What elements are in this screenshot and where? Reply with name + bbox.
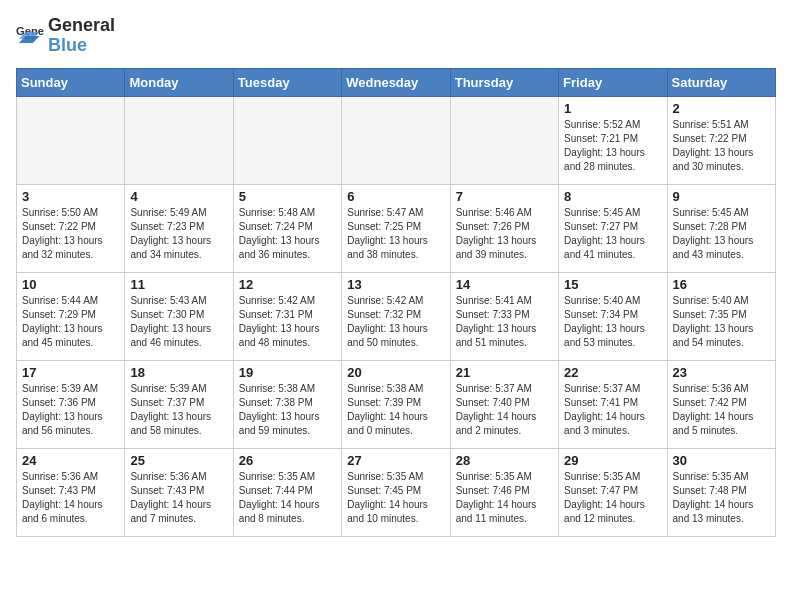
logo-text: GeneralBlue [48,16,115,56]
week-row-4: 17Sunrise: 5:39 AMSunset: 7:36 PMDayligh… [17,360,776,448]
day-number: 22 [564,365,661,380]
calendar-cell: 10Sunrise: 5:44 AMSunset: 7:29 PMDayligh… [17,272,125,360]
day-info: Sunrise: 5:38 AMSunset: 7:38 PMDaylight:… [239,382,336,438]
logo-icon: General [16,22,44,50]
calendar-cell [233,96,341,184]
calendar-cell [342,96,450,184]
calendar-cell: 22Sunrise: 5:37 AMSunset: 7:41 PMDayligh… [559,360,667,448]
calendar-cell: 18Sunrise: 5:39 AMSunset: 7:37 PMDayligh… [125,360,233,448]
day-info: Sunrise: 5:36 AMSunset: 7:42 PMDaylight:… [673,382,770,438]
calendar-cell: 9Sunrise: 5:45 AMSunset: 7:28 PMDaylight… [667,184,775,272]
calendar-cell: 29Sunrise: 5:35 AMSunset: 7:47 PMDayligh… [559,448,667,536]
day-info: Sunrise: 5:40 AMSunset: 7:35 PMDaylight:… [673,294,770,350]
week-row-5: 24Sunrise: 5:36 AMSunset: 7:43 PMDayligh… [17,448,776,536]
day-number: 4 [130,189,227,204]
day-number: 27 [347,453,444,468]
day-info: Sunrise: 5:45 AMSunset: 7:28 PMDaylight:… [673,206,770,262]
calendar-cell: 30Sunrise: 5:35 AMSunset: 7:48 PMDayligh… [667,448,775,536]
calendar-cell: 27Sunrise: 5:35 AMSunset: 7:45 PMDayligh… [342,448,450,536]
day-number: 3 [22,189,119,204]
day-info: Sunrise: 5:39 AMSunset: 7:36 PMDaylight:… [22,382,119,438]
weekday-header-monday: Monday [125,68,233,96]
day-number: 24 [22,453,119,468]
day-info: Sunrise: 5:52 AMSunset: 7:21 PMDaylight:… [564,118,661,174]
day-number: 13 [347,277,444,292]
day-number: 15 [564,277,661,292]
day-number: 26 [239,453,336,468]
day-info: Sunrise: 5:45 AMSunset: 7:27 PMDaylight:… [564,206,661,262]
weekday-header-tuesday: Tuesday [233,68,341,96]
day-number: 25 [130,453,227,468]
calendar-cell: 2Sunrise: 5:51 AMSunset: 7:22 PMDaylight… [667,96,775,184]
day-info: Sunrise: 5:49 AMSunset: 7:23 PMDaylight:… [130,206,227,262]
calendar-cell: 15Sunrise: 5:40 AMSunset: 7:34 PMDayligh… [559,272,667,360]
day-info: Sunrise: 5:36 AMSunset: 7:43 PMDaylight:… [22,470,119,526]
calendar-cell: 4Sunrise: 5:49 AMSunset: 7:23 PMDaylight… [125,184,233,272]
calendar-cell [17,96,125,184]
day-info: Sunrise: 5:38 AMSunset: 7:39 PMDaylight:… [347,382,444,438]
day-number: 29 [564,453,661,468]
weekday-header-wednesday: Wednesday [342,68,450,96]
day-number: 2 [673,101,770,116]
weekday-header-row: SundayMondayTuesdayWednesdayThursdayFrid… [17,68,776,96]
week-row-3: 10Sunrise: 5:44 AMSunset: 7:29 PMDayligh… [17,272,776,360]
day-info: Sunrise: 5:46 AMSunset: 7:26 PMDaylight:… [456,206,553,262]
day-number: 8 [564,189,661,204]
day-info: Sunrise: 5:44 AMSunset: 7:29 PMDaylight:… [22,294,119,350]
calendar-cell: 12Sunrise: 5:42 AMSunset: 7:31 PMDayligh… [233,272,341,360]
day-info: Sunrise: 5:40 AMSunset: 7:34 PMDaylight:… [564,294,661,350]
day-info: Sunrise: 5:35 AMSunset: 7:44 PMDaylight:… [239,470,336,526]
calendar-cell: 28Sunrise: 5:35 AMSunset: 7:46 PMDayligh… [450,448,558,536]
calendar-cell: 26Sunrise: 5:35 AMSunset: 7:44 PMDayligh… [233,448,341,536]
weekday-header-saturday: Saturday [667,68,775,96]
calendar-cell: 16Sunrise: 5:40 AMSunset: 7:35 PMDayligh… [667,272,775,360]
day-number: 12 [239,277,336,292]
day-number: 20 [347,365,444,380]
calendar-cell: 14Sunrise: 5:41 AMSunset: 7:33 PMDayligh… [450,272,558,360]
day-info: Sunrise: 5:35 AMSunset: 7:48 PMDaylight:… [673,470,770,526]
calendar-cell: 13Sunrise: 5:42 AMSunset: 7:32 PMDayligh… [342,272,450,360]
day-number: 23 [673,365,770,380]
week-row-2: 3Sunrise: 5:50 AMSunset: 7:22 PMDaylight… [17,184,776,272]
calendar-table: SundayMondayTuesdayWednesdayThursdayFrid… [16,68,776,537]
day-info: Sunrise: 5:48 AMSunset: 7:24 PMDaylight:… [239,206,336,262]
week-row-1: 1Sunrise: 5:52 AMSunset: 7:21 PMDaylight… [17,96,776,184]
day-number: 16 [673,277,770,292]
calendar-cell: 20Sunrise: 5:38 AMSunset: 7:39 PMDayligh… [342,360,450,448]
calendar-cell: 19Sunrise: 5:38 AMSunset: 7:38 PMDayligh… [233,360,341,448]
calendar-cell: 24Sunrise: 5:36 AMSunset: 7:43 PMDayligh… [17,448,125,536]
day-info: Sunrise: 5:36 AMSunset: 7:43 PMDaylight:… [130,470,227,526]
calendar-cell: 7Sunrise: 5:46 AMSunset: 7:26 PMDaylight… [450,184,558,272]
day-info: Sunrise: 5:50 AMSunset: 7:22 PMDaylight:… [22,206,119,262]
day-info: Sunrise: 5:35 AMSunset: 7:47 PMDaylight:… [564,470,661,526]
day-info: Sunrise: 5:37 AMSunset: 7:40 PMDaylight:… [456,382,553,438]
day-info: Sunrise: 5:51 AMSunset: 7:22 PMDaylight:… [673,118,770,174]
day-number: 14 [456,277,553,292]
calendar-cell: 21Sunrise: 5:37 AMSunset: 7:40 PMDayligh… [450,360,558,448]
day-number: 28 [456,453,553,468]
calendar-cell [125,96,233,184]
day-info: Sunrise: 5:39 AMSunset: 7:37 PMDaylight:… [130,382,227,438]
day-number: 1 [564,101,661,116]
day-number: 6 [347,189,444,204]
day-info: Sunrise: 5:35 AMSunset: 7:46 PMDaylight:… [456,470,553,526]
calendar-cell: 8Sunrise: 5:45 AMSunset: 7:27 PMDaylight… [559,184,667,272]
calendar-cell: 25Sunrise: 5:36 AMSunset: 7:43 PMDayligh… [125,448,233,536]
calendar-cell: 5Sunrise: 5:48 AMSunset: 7:24 PMDaylight… [233,184,341,272]
day-info: Sunrise: 5:43 AMSunset: 7:30 PMDaylight:… [130,294,227,350]
calendar-cell: 11Sunrise: 5:43 AMSunset: 7:30 PMDayligh… [125,272,233,360]
weekday-header-friday: Friday [559,68,667,96]
calendar-cell: 6Sunrise: 5:47 AMSunset: 7:25 PMDaylight… [342,184,450,272]
calendar-cell [450,96,558,184]
day-number: 9 [673,189,770,204]
day-info: Sunrise: 5:37 AMSunset: 7:41 PMDaylight:… [564,382,661,438]
day-info: Sunrise: 5:42 AMSunset: 7:32 PMDaylight:… [347,294,444,350]
calendar-cell: 3Sunrise: 5:50 AMSunset: 7:22 PMDaylight… [17,184,125,272]
calendar-cell: 23Sunrise: 5:36 AMSunset: 7:42 PMDayligh… [667,360,775,448]
day-number: 18 [130,365,227,380]
day-info: Sunrise: 5:47 AMSunset: 7:25 PMDaylight:… [347,206,444,262]
day-number: 10 [22,277,119,292]
day-info: Sunrise: 5:41 AMSunset: 7:33 PMDaylight:… [456,294,553,350]
day-info: Sunrise: 5:42 AMSunset: 7:31 PMDaylight:… [239,294,336,350]
day-number: 17 [22,365,119,380]
